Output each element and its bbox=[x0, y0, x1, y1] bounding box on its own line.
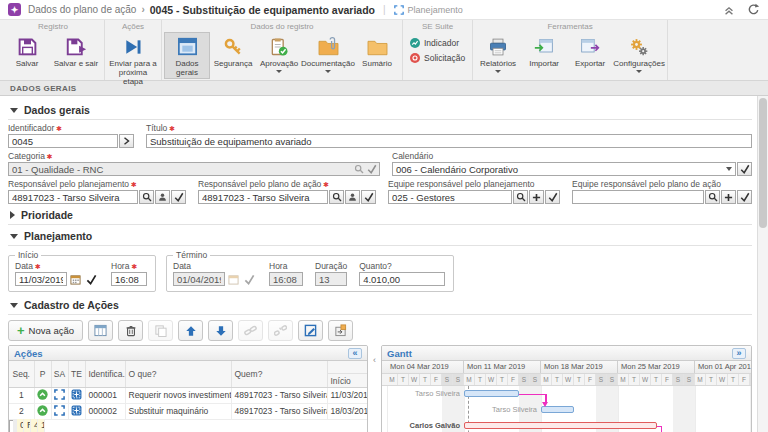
resp-planejamento-user-button[interactable] bbox=[155, 190, 170, 204]
indicador-button[interactable]: Indicador bbox=[410, 38, 465, 48]
salvar-e-sair-button[interactable]: Salvar e sair bbox=[50, 32, 102, 70]
equipe-plano-add-button[interactable] bbox=[721, 190, 736, 204]
delete-action-button[interactable] bbox=[118, 320, 143, 341]
gantt-chart-body[interactable]: Tarso SilveiraTarso SilveiraCarlos Galvã… bbox=[382, 386, 751, 432]
equipe-plano-search-button[interactable] bbox=[705, 190, 720, 204]
associate-action-button[interactable] bbox=[328, 320, 353, 341]
section-dados-gerais[interactable]: Dados gerais bbox=[8, 100, 752, 120]
move-up-button[interactable] bbox=[178, 320, 203, 341]
inicio-data-input[interactable] bbox=[15, 272, 67, 286]
col-sa[interactable]: SA bbox=[51, 361, 68, 387]
associate-icon bbox=[334, 324, 347, 337]
aprovacao-button[interactable]: Aprovação bbox=[256, 32, 302, 75]
gantt-day-label: S bbox=[453, 374, 464, 385]
collapse-toolbar-icon[interactable] bbox=[723, 4, 735, 16]
seguranca-button[interactable]: Segurança bbox=[210, 32, 256, 70]
cell-te bbox=[68, 387, 85, 403]
gantt-day-label: S bbox=[607, 374, 618, 385]
enviar-proxima-etapa-button[interactable]: Enviar para a próxima etapa bbox=[107, 32, 159, 89]
equipe-planejamento-add-button[interactable] bbox=[529, 190, 544, 204]
priority-icon bbox=[37, 389, 48, 400]
calendar-icon bbox=[70, 274, 81, 285]
workflow-icon bbox=[394, 5, 404, 15]
scrollbar-thumb[interactable] bbox=[759, 98, 767, 228]
nova-acao-button[interactable]: +Nova ação bbox=[8, 320, 83, 341]
col-quem[interactable]: Quem? bbox=[231, 361, 327, 387]
clipboard-check-icon bbox=[269, 35, 289, 58]
unlink-actions-button bbox=[268, 320, 293, 341]
gantt-week-label: Mon 18 Mar 2019 bbox=[541, 361, 618, 373]
resp-plano-user-button[interactable] bbox=[345, 190, 360, 204]
resp-planejamento-input[interactable] bbox=[8, 190, 138, 204]
exportar-button[interactable]: Exportar bbox=[567, 32, 613, 70]
action-grid-button[interactable] bbox=[88, 320, 113, 341]
col-identificador[interactable]: Identifica... bbox=[85, 361, 125, 387]
dropdown-caret-icon bbox=[495, 70, 501, 73]
col-inicio[interactable]: Início bbox=[327, 361, 367, 387]
inicio-calendar-button[interactable] bbox=[68, 272, 83, 286]
panel-splitter[interactable]: ‹ bbox=[368, 345, 381, 432]
equipe-planejamento-apply-button[interactable] bbox=[545, 190, 560, 204]
table-row[interactable]: 3 000003 Revisar política de mantenção 4… bbox=[9, 420, 34, 432]
gantt-day-label: W bbox=[409, 374, 420, 385]
col-te[interactable]: TE bbox=[68, 361, 85, 387]
importar-button[interactable]: Importar bbox=[521, 32, 567, 70]
resp-planejamento-search-button[interactable] bbox=[139, 190, 154, 204]
gantt-bar[interactable] bbox=[464, 390, 519, 397]
inicio-hora-input[interactable] bbox=[111, 272, 147, 286]
gantt-bar[interactable] bbox=[464, 422, 657, 429]
equipe-plano-apply-button[interactable] bbox=[737, 190, 752, 204]
salvar-button[interactable]: Salvar bbox=[4, 32, 50, 70]
workflow-step: Planejamento bbox=[394, 5, 463, 15]
move-down-button[interactable] bbox=[208, 320, 233, 341]
gantt-day-label: M bbox=[464, 374, 475, 385]
dados-gerais-button[interactable]: Dados gerais bbox=[164, 32, 210, 79]
section-prioridade[interactable]: Prioridade bbox=[8, 205, 752, 225]
col-p[interactable]: P bbox=[34, 361, 51, 387]
section-cadastro-acoes[interactable]: Cadastro de Ações bbox=[8, 295, 752, 315]
calendario-apply-button[interactable] bbox=[737, 162, 752, 176]
apply-check-icon bbox=[740, 192, 750, 202]
table-row[interactable]: 2 000002 Substituir maquinário 48917023 … bbox=[9, 403, 367, 419]
search-icon bbox=[142, 192, 152, 202]
resp-planejamento-apply-button[interactable] bbox=[171, 190, 186, 204]
edit-icon bbox=[304, 324, 317, 337]
configuracoes-button[interactable]: Configurações bbox=[613, 32, 665, 75]
search-icon bbox=[332, 192, 342, 202]
cell-who: 48917023 - Tarso Silveira bbox=[231, 403, 327, 419]
col-seq[interactable]: Seq. bbox=[9, 361, 34, 387]
resp-plano-input[interactable] bbox=[198, 190, 328, 204]
breadcrumb[interactable]: Dados do plano de ação bbox=[28, 4, 136, 15]
vertical-scrollbar[interactable] bbox=[757, 96, 768, 432]
documentacao-button[interactable]: Documentação bbox=[302, 32, 354, 75]
indicator-icon bbox=[410, 38, 420, 48]
edit-action-button[interactable] bbox=[298, 320, 323, 341]
refresh-icon[interactable] bbox=[747, 3, 760, 16]
collapse-panel-button[interactable]: « bbox=[348, 348, 362, 359]
resp-plano-search-button[interactable] bbox=[329, 190, 344, 204]
equipe-planejamento-search-button[interactable] bbox=[513, 190, 528, 204]
solicitacao-button[interactable]: Solicitação bbox=[410, 53, 465, 63]
expand-panel-button[interactable]: » bbox=[732, 348, 746, 359]
gantt-day-label: W bbox=[640, 374, 651, 385]
ribbon-group-label: Dados do registro bbox=[162, 20, 402, 32]
col-o-que[interactable]: O que? bbox=[125, 361, 231, 387]
calendario-select[interactable]: 006 - Calendário Corporativo bbox=[392, 162, 736, 176]
gantt-day-label: S bbox=[596, 374, 607, 385]
titulo-input[interactable] bbox=[146, 134, 752, 148]
table-row[interactable]: 1 000001 Requerir novos investimentos 48… bbox=[9, 387, 367, 403]
tab-dados-gerais[interactable]: DADOS GERAIS bbox=[10, 84, 77, 93]
sumario-button[interactable]: Sumário bbox=[354, 32, 400, 70]
inicio-apply-button[interactable] bbox=[84, 272, 99, 286]
equipe-plano-input[interactable] bbox=[572, 190, 704, 204]
cell-what: Revisar política de mantenção bbox=[24, 419, 31, 432]
resp-plano-apply-button[interactable] bbox=[361, 190, 376, 204]
splitter-collapse-icon[interactable]: ‹ bbox=[373, 355, 376, 365]
equipe-planejamento-input[interactable] bbox=[388, 190, 512, 204]
identificador-input[interactable] bbox=[8, 134, 118, 148]
identificador-expand-button[interactable] bbox=[119, 134, 134, 148]
duracao-input bbox=[315, 272, 347, 286]
section-planejamento[interactable]: Planejamento bbox=[8, 226, 752, 246]
gantt-bar[interactable] bbox=[541, 406, 574, 413]
relatorios-button[interactable]: Relatórios bbox=[475, 32, 521, 75]
